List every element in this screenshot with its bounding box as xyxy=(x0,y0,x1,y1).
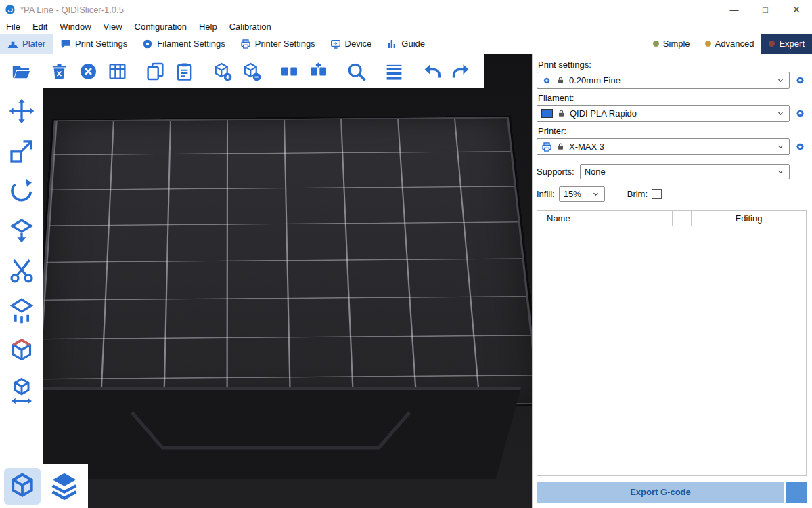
chevron-down-icon xyxy=(776,76,785,85)
scale-button[interactable] xyxy=(7,136,37,166)
tab-filament-settings[interactable]: Filament Settings xyxy=(135,34,232,54)
place-on-face-icon xyxy=(8,217,35,245)
mode-label: Advanced xyxy=(715,39,754,49)
menu-file[interactable]: File xyxy=(0,20,26,33)
place-on-face-button[interactable] xyxy=(7,216,37,246)
tab-printer-settings[interactable]: Printer Settings xyxy=(233,34,323,54)
mode-label: Simple xyxy=(663,39,690,49)
measure-button[interactable] xyxy=(7,376,37,406)
delete-all-button[interactable] xyxy=(76,60,99,83)
copy-button[interactable] xyxy=(143,60,166,83)
menu-view[interactable]: View xyxy=(97,20,129,33)
tab-device[interactable]: Device xyxy=(323,34,380,54)
supports-value: None xyxy=(585,167,772,177)
viewport-3d[interactable] xyxy=(0,54,532,508)
preview-button[interactable] xyxy=(46,468,83,505)
search-button[interactable] xyxy=(344,60,367,83)
tabbar: Plater Print Settings Filament Settings … xyxy=(0,34,812,54)
print-preset-gear-icon xyxy=(541,75,552,86)
redo-button[interactable] xyxy=(449,60,472,83)
editor-3d-view-button[interactable] xyxy=(4,468,41,505)
main-area: Print settings: 0.20mm Fine Filament: QI… xyxy=(0,54,812,508)
infill-value: 15% xyxy=(564,189,587,199)
edit-print-settings-gear-icon[interactable] xyxy=(794,74,807,87)
tab-label: Printer Settings xyxy=(255,39,315,49)
print-settings-combo[interactable]: 0.20mm Fine xyxy=(537,72,790,89)
filament-combo[interactable]: QIDI PLA Rapido xyxy=(537,105,790,122)
cut-icon xyxy=(8,257,35,284)
open-project-button[interactable] xyxy=(9,60,32,83)
menu-calibration[interactable]: Calibration xyxy=(223,20,277,33)
tab-guide[interactable]: Guide xyxy=(379,34,432,54)
split-objects-button[interactable] xyxy=(277,60,300,83)
printer-base xyxy=(20,387,521,479)
minimize-button[interactable]: — xyxy=(719,0,750,19)
menu-configuration[interactable]: Configuration xyxy=(129,20,193,33)
tab-label: Print Settings xyxy=(75,39,127,49)
remove-instance-button[interactable] xyxy=(240,60,263,83)
add-instance-icon xyxy=(212,62,232,81)
delete-button[interactable] xyxy=(47,60,70,83)
print-settings-label: Print settings: xyxy=(538,60,807,70)
filament-color-swatch xyxy=(541,109,553,118)
object-list-body[interactable] xyxy=(537,226,806,475)
infill-combo[interactable]: 15% xyxy=(559,186,605,202)
mode-advanced[interactable]: Advanced xyxy=(698,34,762,54)
edit-filament-gear-icon[interactable] xyxy=(794,107,807,120)
print-settings-row: 0.20mm Fine xyxy=(537,72,807,89)
cut-button[interactable] xyxy=(7,256,37,286)
tab-label: Device xyxy=(345,39,372,49)
seam-paint-button[interactable] xyxy=(7,336,37,366)
tab-plater[interactable]: Plater xyxy=(0,34,53,54)
mode-expert[interactable]: Expert xyxy=(761,34,812,54)
supports-combo[interactable]: None xyxy=(580,164,790,179)
close-button[interactable]: × xyxy=(781,0,812,19)
paste-button[interactable] xyxy=(173,60,196,83)
titlebar: *PA Line - QIDISlicer-1.0.5 — □ × xyxy=(0,0,812,19)
brim-checkbox[interactable] xyxy=(652,189,662,199)
edit-printer-gear-icon[interactable] xyxy=(794,140,807,153)
support-paint-button[interactable] xyxy=(7,296,37,326)
settings-panel: Print settings: 0.20mm Fine Filament: QI… xyxy=(532,54,812,508)
measure-icon xyxy=(8,377,35,404)
app-logo-icon xyxy=(5,4,16,15)
export-gcode-button[interactable]: Export G-code xyxy=(537,482,784,503)
undo-button[interactable] xyxy=(420,60,443,83)
tab-print-settings[interactable]: Print Settings xyxy=(53,34,135,54)
add-instance-button[interactable] xyxy=(210,60,233,83)
export-options-button[interactable] xyxy=(786,482,807,503)
arrange-button[interactable] xyxy=(106,60,129,83)
infill-label: Infill: xyxy=(537,189,555,199)
editor-3d-view-icon xyxy=(7,471,37,501)
variable-layer-height-button[interactable] xyxy=(382,60,405,83)
lock-icon xyxy=(556,142,565,151)
window-controls: — □ × xyxy=(719,0,812,19)
object-list-header-name: Name xyxy=(537,211,673,226)
printer-base-handle xyxy=(129,409,413,457)
menu-edit[interactable]: Edit xyxy=(26,20,53,33)
print-settings-value: 0.20mm Fine xyxy=(569,75,772,85)
mode-simple[interactable]: Simple xyxy=(646,34,698,54)
object-list-header-extruder xyxy=(673,211,692,226)
rotate-button[interactable] xyxy=(7,176,37,206)
menu-help[interactable]: Help xyxy=(193,20,223,33)
split-parts-button[interactable] xyxy=(307,60,330,83)
view-switch xyxy=(0,464,88,508)
split-parts-icon xyxy=(309,62,328,81)
print-settings-icon xyxy=(60,39,71,49)
move-button[interactable] xyxy=(7,96,37,126)
scale-icon xyxy=(8,137,35,165)
maximize-button[interactable]: □ xyxy=(750,0,781,19)
printer-row: X-MAX 3 xyxy=(537,138,807,155)
redo-icon xyxy=(451,62,471,81)
filament-settings-icon xyxy=(142,39,153,49)
preview-icon xyxy=(49,471,79,501)
mode-label: Expert xyxy=(779,39,805,49)
tab-label: Plater xyxy=(22,39,45,49)
tab-label: Filament Settings xyxy=(157,39,225,49)
remove-instance-icon xyxy=(242,62,261,81)
brim-label: Brim: xyxy=(627,189,648,199)
object-list: Name Editing xyxy=(537,210,807,476)
menu-window[interactable]: Window xyxy=(53,20,97,33)
printer-combo[interactable]: X-MAX 3 xyxy=(537,138,790,155)
